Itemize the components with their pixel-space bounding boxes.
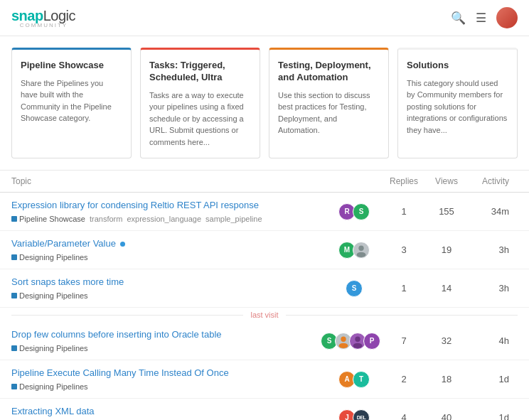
card-desc: Use this section to discuss best practic…: [278, 90, 380, 136]
last-visit-divider: last visit: [0, 308, 529, 322]
topic-title[interactable]: Expression library for condensing Reltio…: [11, 200, 326, 212]
topic-meta: Designing Pipelines: [11, 344, 319, 352]
table-row: Pipeline Execute Calling Many Time Inste…: [0, 360, 529, 399]
topic-meta: Pipeline Showcase transform expression_l…: [11, 215, 326, 223]
topic-table: Topic Replies Views Activity Expression …: [0, 171, 529, 420]
svg-point-1: [357, 252, 366, 257]
activity-time: 3h: [468, 244, 518, 255]
last-visit-label: last visit: [243, 311, 285, 319]
category-dot: [11, 293, 17, 298]
topic-category[interactable]: Designing Pipelines: [11, 291, 88, 300]
avatar: P: [363, 333, 380, 350]
topic-avatars: A T: [326, 371, 383, 388]
activity-time: 34m: [468, 206, 518, 217]
views-count: 18: [425, 374, 468, 384]
card-tasks[interactable]: Tasks: Triggered, Scheduled, Ultra Tasks…: [140, 48, 260, 158]
views-count: 40: [425, 412, 468, 420]
topic-meta: Designing Pipelines: [11, 253, 326, 262]
category-dot: [11, 254, 17, 260]
topic-tag[interactable]: expression_language: [127, 215, 201, 223]
topic-info: Extracting XML data Designing Pipelines: [11, 406, 326, 420]
topic-title[interactable]: Variable/Parameter Value: [11, 238, 326, 250]
activity-time: 1d: [468, 374, 518, 384]
replies-count: 7: [383, 335, 425, 346]
topic-category[interactable]: Designing Pipelines: [11, 382, 88, 391]
user-avatar[interactable]: [496, 7, 518, 28]
card-pipeline-showcase[interactable]: Pipeline Showcase Share the Pipelines yo…: [11, 48, 132, 158]
category-dot: [11, 384, 17, 389]
topic-avatars: M: [326, 242, 383, 259]
card-desc: This category should used by Community m…: [407, 77, 508, 136]
topic-info: Pipeline Execute Calling Many Time Inste…: [11, 367, 326, 391]
new-indicator: [120, 242, 125, 247]
topic-avatars: S P: [319, 333, 383, 350]
topic-meta: Designing Pipelines: [11, 382, 326, 391]
activity-time: 1d: [468, 412, 518, 420]
svg-point-5: [353, 343, 363, 348]
logo: snapLogic COMMUNITY: [11, 8, 75, 28]
card-testing[interactable]: Testing, Deployment, and Automation Use …: [269, 48, 389, 158]
topic-info: Sort snaps takes more time Designing Pip…: [11, 276, 326, 300]
svg-point-2: [341, 336, 346, 341]
col-activity-header: Activity: [468, 176, 518, 186]
topic-info: Expression library for condensing Reltio…: [11, 200, 326, 223]
topic-title[interactable]: Pipeline Execute Calling Many Time Inste…: [11, 367, 326, 379]
card-title: Pipeline Showcase: [21, 60, 122, 72]
topic-tag[interactable]: sample_pipeline: [205, 215, 262, 223]
topic-title[interactable]: Extracting XML data: [11, 406, 326, 418]
topic-category[interactable]: Designing Pipelines: [11, 344, 88, 352]
replies-count: 3: [383, 244, 425, 255]
activity-time: 3h: [468, 283, 518, 294]
topic-category[interactable]: Designing Pipelines: [11, 253, 88, 262]
topic-meta: Designing Pipelines: [11, 291, 326, 300]
card-title: Tasks: Triggered, Scheduled, Ultra: [149, 60, 251, 84]
col-views-header: Views: [425, 176, 468, 186]
col-replies-header: Replies: [383, 176, 425, 186]
views-count: 32: [425, 335, 468, 346]
header: snapLogic COMMUNITY 🔍 ☰: [0, 0, 529, 36]
topic-category[interactable]: Pipeline Showcase: [11, 215, 85, 223]
card-title: Solutions: [407, 60, 508, 72]
activity-time: 4h: [468, 335, 518, 346]
svg-point-3: [339, 343, 348, 348]
replies-count: 1: [383, 206, 425, 217]
category-cards: Pipeline Showcase Share the Pipelines yo…: [0, 36, 529, 171]
search-icon[interactable]: 🔍: [451, 11, 466, 26]
topic-tag[interactable]: transform: [90, 215, 122, 223]
topic-info: Drop few columns before inserting into O…: [11, 329, 319, 352]
divider-line-left: [11, 315, 243, 316]
menu-icon[interactable]: ☰: [476, 11, 486, 26]
category-dot: [11, 216, 17, 222]
divider-line-right: [286, 315, 518, 316]
card-desc: Tasks are a way to execute your pipeline…: [149, 90, 251, 149]
topic-title[interactable]: Drop few columns before inserting into O…: [11, 329, 319, 341]
card-title: Testing, Deployment, and Automation: [278, 60, 380, 84]
avatar: [353, 242, 370, 259]
topic-avatars: R S: [326, 203, 383, 220]
header-actions: 🔍 ☰: [451, 7, 518, 28]
card-solutions[interactable]: Solutions This category should used by C…: [397, 48, 518, 158]
logo-community: COMMUNITY: [20, 22, 68, 28]
views-count: 19: [425, 244, 468, 255]
topic-avatars: S: [326, 280, 383, 297]
table-row: Drop few columns before inserting into O…: [0, 322, 529, 360]
col-topic-header: Topic: [11, 176, 326, 186]
views-count: 155: [425, 206, 468, 217]
replies-count: 1: [383, 283, 425, 294]
replies-count: 4: [383, 412, 425, 420]
table-row: Variable/Parameter Value Designing Pipel…: [0, 231, 529, 269]
card-desc: Share the Pipelines you have built with …: [21, 77, 122, 124]
svg-point-0: [358, 245, 363, 250]
avatar: S: [353, 203, 370, 220]
views-count: 14: [425, 283, 468, 294]
table-header: Topic Replies Views Activity: [0, 171, 529, 193]
avatar: S: [346, 280, 363, 297]
table-row: Sort snaps takes more time Designing Pip…: [0, 269, 529, 308]
table-row: Expression library for condensing Reltio…: [0, 193, 529, 231]
topic-avatars: J DEL: [326, 409, 383, 420]
topic-title[interactable]: Sort snaps takes more time: [11, 276, 326, 289]
svg-point-4: [355, 336, 360, 341]
avatar: DEL: [353, 409, 370, 420]
avatar: T: [353, 371, 370, 388]
table-row: Extracting XML data Designing Pipelines …: [0, 399, 529, 420]
